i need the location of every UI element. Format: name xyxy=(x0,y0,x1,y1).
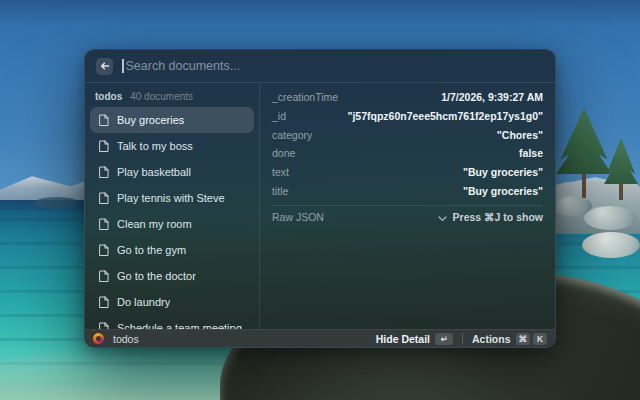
metadata-row: done false xyxy=(272,144,543,163)
desktop: todos 40 documents Buy groceries Talk to… xyxy=(0,0,640,400)
document-icon xyxy=(98,296,109,309)
list-item-label: Do laundry xyxy=(117,296,170,308)
list-item[interactable]: Talk to my boss xyxy=(90,133,254,159)
raw-json-row: Raw JSON Press ⌘J to show xyxy=(272,205,543,228)
metadata-fields: _creationTime 1/7/2026, 9:39:27 AM _id "… xyxy=(272,88,543,200)
list-item-label: Play basketball xyxy=(117,166,191,178)
field-label: text xyxy=(272,166,289,178)
search-input[interactable] xyxy=(126,59,545,73)
wallpaper-pine-tree-small xyxy=(604,138,638,200)
document-icon xyxy=(98,140,109,153)
document-list: Buy groceries Talk to my boss Play baske… xyxy=(90,107,254,329)
field-value: 1/7/2026, 9:39:27 AM xyxy=(441,91,543,103)
text-cursor xyxy=(122,59,124,73)
list-item-label: Talk to my boss xyxy=(117,140,193,152)
field-value: "j57fqpz60n7eee5hcm761f2ep17ys1g0" xyxy=(347,110,543,122)
list-item-label: Go to the doctor xyxy=(117,270,196,282)
list-item-label: Buy groceries xyxy=(117,114,184,126)
chevron-down-icon xyxy=(438,208,447,226)
actions-button[interactable]: Actions ⌘ K xyxy=(472,333,547,345)
document-icon xyxy=(98,244,109,257)
raw-json-toggle[interactable]: Press ⌘J to show xyxy=(438,208,543,226)
document-icon xyxy=(98,218,109,231)
document-icon xyxy=(98,114,109,127)
list-item-label: Play tennis with Steve xyxy=(117,192,225,204)
list-item-label: Schedule a team meeting xyxy=(117,322,242,329)
command-key-badge: ⌘ xyxy=(516,333,531,345)
metadata-row: text "Buy groceries" xyxy=(272,163,543,182)
table-name: todos xyxy=(95,91,122,102)
field-label: category xyxy=(272,129,312,141)
list-item[interactable]: Go to the gym xyxy=(90,237,254,263)
list-item[interactable]: Play basketball xyxy=(90,159,254,185)
wallpaper-boulder xyxy=(584,206,636,230)
arrow-left-icon xyxy=(100,61,110,71)
document-count: 40 documents xyxy=(130,91,193,102)
document-icon xyxy=(98,192,109,205)
list-item[interactable]: Buy groceries xyxy=(90,107,254,133)
document-icon xyxy=(98,166,109,179)
field-label: title xyxy=(272,185,288,197)
list-item-label: Clean my room xyxy=(117,218,192,230)
back-button[interactable] xyxy=(96,58,113,75)
document-icon xyxy=(98,322,109,329)
list-item[interactable]: Do laundry xyxy=(90,289,254,315)
list-item[interactable]: Clean my room xyxy=(90,211,254,237)
list-item-label: Go to the gym xyxy=(117,244,186,256)
metadata-row: category "Chores" xyxy=(272,125,543,144)
metadata-row: title "Buy groceries" xyxy=(272,181,543,200)
document-list-panel[interactable]: todos 40 documents Buy groceries Talk to… xyxy=(85,84,260,329)
return-key-badge: ↵ xyxy=(435,333,453,345)
field-label: done xyxy=(272,147,295,159)
raw-json-label: Raw JSON xyxy=(272,211,324,223)
search-bar xyxy=(85,50,555,83)
field-value: "Buy groceries" xyxy=(463,185,543,197)
actions-key-badges: ⌘ K xyxy=(516,333,548,345)
search-window: todos 40 documents Buy groceries Talk to… xyxy=(84,49,556,348)
footer-context-label: todos xyxy=(113,333,139,345)
list-item[interactable]: Go to the doctor xyxy=(90,263,254,289)
hide-detail-button[interactable]: Hide Detail ↵ xyxy=(376,333,453,345)
field-value: "Chores" xyxy=(497,129,543,141)
list-header: todos 40 documents xyxy=(90,87,254,107)
field-label: _id xyxy=(272,110,286,122)
raw-json-hint: Press ⌘J to show xyxy=(453,211,543,223)
hide-detail-label: Hide Detail xyxy=(376,333,430,345)
wallpaper-white-boulder xyxy=(582,232,640,258)
field-value: "Buy groceries" xyxy=(463,166,543,178)
k-key-badge: K xyxy=(533,333,547,345)
field-value: false xyxy=(519,147,543,159)
wallpaper-distant-rock xyxy=(34,197,80,209)
footer-bar: todos Hide Detail ↵ Actions ⌘ K xyxy=(85,329,555,347)
convex-logo xyxy=(93,333,104,344)
window-content: todos 40 documents Buy groceries Talk to… xyxy=(85,84,555,329)
field-label: _creationTime xyxy=(272,91,338,103)
metadata-row: _id "j57fqpz60n7eee5hcm761f2ep17ys1g0" xyxy=(272,107,543,126)
metadata-row: _creationTime 1/7/2026, 9:39:27 AM xyxy=(272,88,543,107)
detail-panel: _creationTime 1/7/2026, 9:39:27 AM _id "… xyxy=(260,84,555,329)
actions-label: Actions xyxy=(472,333,511,345)
wallpaper-boulder xyxy=(552,196,592,216)
document-icon xyxy=(98,270,109,283)
list-item[interactable]: Play tennis with Steve xyxy=(90,185,254,211)
footer-divider xyxy=(462,333,463,344)
list-item[interactable]: Schedule a team meeting xyxy=(90,315,254,329)
